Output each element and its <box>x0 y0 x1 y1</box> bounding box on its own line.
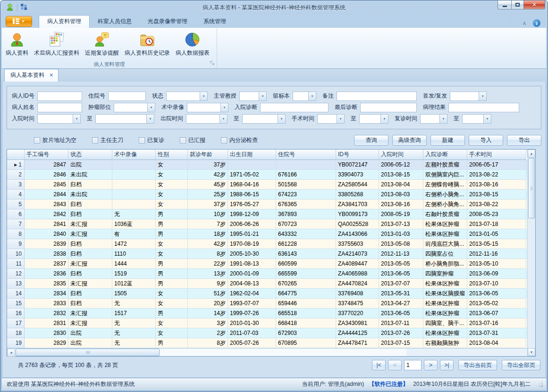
row-indicator[interactable]: ▶1 <box>7 160 25 170</box>
table-row[interactable]: 22846未出院女42岁1971-05-02676166339040732013… <box>7 170 527 180</box>
filter-combo-professor[interactable]: ▼ <box>239 92 267 101</box>
row-indicator[interactable]: 14 <box>7 289 25 299</box>
checkbox-endocrine-exam[interactable]: 内分泌检查 <box>221 136 258 144</box>
table-row[interactable]: 72841未汇报1036蓝男7岁2006-06-26670723QA002552… <box>7 219 527 229</box>
filter-input-admission-diagnosis[interactable] <box>260 103 329 112</box>
column-header-age[interactable]: 就诊年龄 <box>188 150 228 160</box>
table-row[interactable]: 62842归档无男10岁1998-12-09367893YB0099173200… <box>7 209 527 219</box>
row-indicator[interactable]: 15 <box>7 299 25 309</box>
row-indicator[interactable]: 3 <box>7 180 25 190</box>
filter-input-remark[interactable] <box>337 92 417 101</box>
chevron-down-icon[interactable]: ▼ <box>219 115 227 123</box>
column-header-birth-date[interactable]: 出生日期 <box>228 150 276 160</box>
table-row[interactable]: 182830出院无女2岁2011-07-03672903ZA4444125201… <box>7 328 527 338</box>
ribbon-button-data-report[interactable]: 病人数据报表 <box>173 30 212 59</box>
ribbon-collapse-icon[interactable]: ∧ <box>523 20 526 26</box>
vertical-scroll-track[interactable] <box>528 219 535 348</box>
ribbon-tab-patient-data-management[interactable]: 病人资料管理 <box>39 15 90 28</box>
tab-patient-basic-info[interactable]: 病人基本资料 ✕ <box>4 69 59 82</box>
horizontal-scroll-thumb[interactable] <box>16 349 160 356</box>
row-indicator[interactable]: 16 <box>7 309 25 318</box>
prev-page-button[interactable]: < <box>388 360 402 370</box>
export-all-pages-button[interactable]: 导出全部页 <box>502 360 540 370</box>
table-row[interactable]: 42844未出院女25岁1988-06-15674223338052682013… <box>7 190 527 200</box>
export-current-page-button[interactable]: 导出当前页 <box>458 360 497 370</box>
checkbox-followed-up[interactable]: 已复诊 <box>139 136 164 144</box>
minimize-button[interactable] <box>497 0 511 9</box>
row-indicator[interactable]: 18 <box>7 328 25 338</box>
row-indicator[interactable]: 13 <box>7 279 25 289</box>
checkbox-icon[interactable] <box>34 137 40 143</box>
column-header-admission-no[interactable]: 住院号 <box>276 150 336 160</box>
table-row[interactable]: 122836归档1519男13岁2000-01-09665599ZA406598… <box>7 269 527 279</box>
maximize-button[interactable] <box>511 0 524 9</box>
row-indicator[interactable]: 8 <box>7 229 25 239</box>
chevron-down-icon[interactable]: ▼ <box>337 115 344 123</box>
checkbox-chief-surgeon[interactable]: 主任主刀 <box>92 136 123 144</box>
chevron-down-icon[interactable]: ▼ <box>308 92 316 100</box>
filter-combo-first-or-recurrence[interactable]: ▼ <box>450 92 487 101</box>
row-indicator[interactable]: 10 <box>7 249 25 259</box>
ribbon-button-patient-data[interactable]: 病人资料 <box>3 30 31 59</box>
column-header-manual-no[interactable]: 手工编号 <box>25 150 68 160</box>
table-row[interactable]: 52843归档女37岁1976-05-27676365ZA38417032013… <box>7 200 527 209</box>
horizontal-scrollbar[interactable]: ◄ <box>7 349 406 356</box>
resize-grip[interactable] <box>537 381 543 387</box>
column-header-surgery-time[interactable]: 手术时间 <box>467 150 526 160</box>
checkbox-icon[interactable] <box>139 137 145 143</box>
filter-input-admission-number[interactable] <box>108 92 146 101</box>
table-row[interactable]: 132835未汇报1012蓝男9岁2004-08-13670265ZA44708… <box>7 279 527 289</box>
row-indicator[interactable]: 11 <box>7 259 25 269</box>
table-row[interactable]: 172831未汇报无女3岁2010-01-30668418ZA343098120… <box>7 318 527 328</box>
scroll-up-icon[interactable]: ▲ <box>528 150 535 158</box>
horizontal-scroll-track[interactable] <box>160 349 406 356</box>
filter-combo-admission-time-to[interactable]: ▼ <box>95 114 154 124</box>
table-row[interactable]: 92839归档1472女42岁1970-08-19661228337556032… <box>7 239 527 249</box>
row-indicator[interactable]: 2 <box>7 170 25 180</box>
checkbox-icon[interactable] <box>92 137 98 143</box>
column-header-admission-time[interactable]: 入院时间 <box>379 150 423 160</box>
chevron-down-icon[interactable]: ▼ <box>146 115 154 123</box>
last-page-button[interactable]: >| <box>440 360 454 370</box>
registered-link[interactable]: 【软件已注册】 <box>369 380 408 388</box>
table-row[interactable]: 162832未汇报1517男14岁1999-07-266655183377022… <box>7 309 527 318</box>
chevron-down-icon[interactable]: ▼ <box>278 115 285 123</box>
row-indicator[interactable]: 17 <box>7 318 25 328</box>
row-indicator[interactable]: 5 <box>7 200 25 209</box>
filter-input-final-diagnosis[interactable] <box>360 103 417 112</box>
row-indicator[interactable]: 6 <box>7 209 25 219</box>
ribbon-tab-department-staff-info[interactable]: 科室人员信息 <box>90 16 140 28</box>
chevron-down-icon[interactable]: ▼ <box>259 92 266 100</box>
filter-combo-surgery-time-from[interactable]: ▼ <box>317 114 345 124</box>
row-indicator[interactable]: 19 <box>7 338 25 348</box>
vertical-scroll-thumb[interactable] <box>528 158 535 218</box>
page-input[interactable] <box>404 360 422 370</box>
new-button[interactable]: 新建 <box>430 135 465 146</box>
chevron-down-icon[interactable]: ▼ <box>380 115 388 123</box>
ribbon-button-history-records[interactable]: 病人资料历史记录 <box>122 30 173 59</box>
table-row[interactable]: 102838归档1110女8岁2005-10-30636143ZA4214073… <box>7 249 527 259</box>
column-header-surgery-video[interactable]: 术中录像 <box>112 150 156 160</box>
table-row[interactable]: 152833归档无女20岁1993-07-0765944633748475201… <box>7 299 527 309</box>
column-header-admission-diagnosis[interactable]: 入院诊断 <box>423 150 467 160</box>
row-indicator[interactable]: 7 <box>7 219 25 229</box>
table-row[interactable]: 192829出院无男8岁2005-07-26670895ZA4478471201… <box>7 338 527 348</box>
filter-combo-specimen[interactable]: ▼ <box>293 92 316 101</box>
column-header-indicator[interactable] <box>7 150 25 160</box>
filter-combo-tumor-site[interactable]: ▼ <box>114 103 155 112</box>
filter-combo-admission-time-from[interactable]: ▼ <box>37 114 81 124</box>
row-indicator[interactable]: 4 <box>7 190 25 200</box>
chevron-down-icon[interactable]: ▼ <box>73 115 80 123</box>
table-row[interactable]: 32845归档女45岁1968-04-16501568ZA25805442013… <box>7 180 527 190</box>
info-icon[interactable]: i <box>533 19 540 27</box>
chevron-down-icon[interactable]: ▼ <box>479 92 486 100</box>
table-row[interactable]: ▶12847出院女37岁YB00721472006-05-12左额叶胶质瘤200… <box>7 160 527 170</box>
query-button[interactable]: 查询 <box>354 135 388 146</box>
app-menu-button[interactable]: ▼ <box>6 16 32 27</box>
filter-combo-followup-time-to[interactable]: ▼ <box>462 114 491 124</box>
filter-combo-status[interactable]: ▼ <box>166 92 208 101</box>
filter-combo-surgery-video[interactable]: ▼ <box>187 103 228 112</box>
scroll-down-icon[interactable]: ▼ <box>528 348 535 356</box>
row-indicator[interactable]: 12 <box>7 269 25 279</box>
checkbox-icon[interactable] <box>180 137 186 143</box>
